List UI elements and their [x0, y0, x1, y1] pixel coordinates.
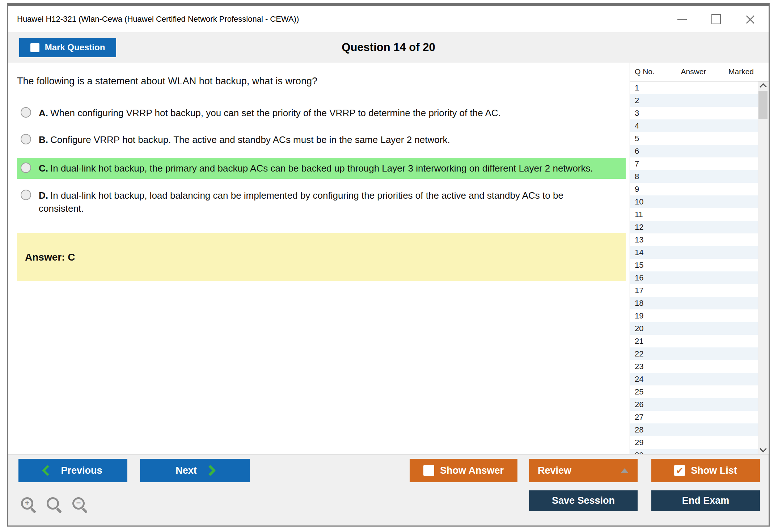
- list-item[interactable]: 4: [630, 119, 758, 132]
- list-item[interactable]: 11: [630, 208, 758, 221]
- list-item[interactable]: 24: [630, 373, 758, 385]
- option-d-text: D.In dual-link hot backup, load balancin…: [39, 189, 598, 215]
- question-number: 25: [635, 387, 643, 396]
- question-number: 7: [635, 159, 639, 168]
- option-b-letter: B.: [39, 134, 48, 145]
- show-list-button[interactable]: ✔ Show List: [651, 459, 760, 482]
- list-item[interactable]: 22: [630, 347, 758, 360]
- list-item[interactable]: 30: [630, 449, 758, 454]
- list-item[interactable]: 29: [630, 436, 758, 449]
- option-c-text: C.In dual-link hot backup, the primary a…: [39, 162, 593, 175]
- question-number: 28: [635, 425, 643, 434]
- magnifier-button[interactable]: [46, 497, 63, 513]
- list-item[interactable]: 16: [630, 271, 758, 284]
- option-a-radio[interactable]: [21, 107, 31, 118]
- option-b[interactable]: B.Configure VRRP hot backup. The active …: [17, 131, 626, 148]
- option-d-radio[interactable]: [21, 190, 31, 200]
- mark-question-button[interactable]: Mark Question: [19, 38, 116, 57]
- question-number: 16: [635, 273, 643, 282]
- column-q-no: Q No.: [630, 67, 669, 76]
- list-item[interactable]: 26: [630, 398, 758, 411]
- option-b-radio[interactable]: [21, 134, 31, 144]
- question-number: 21: [635, 337, 643, 346]
- chevron-left-icon: [42, 465, 53, 476]
- list-item[interactable]: 21: [630, 335, 758, 347]
- list-item[interactable]: 17: [630, 284, 758, 297]
- scrollbar: [758, 81, 768, 454]
- main-content: The following is a statement about WLAN …: [8, 63, 769, 454]
- list-item[interactable]: 1: [630, 81, 758, 94]
- option-a[interactable]: A.When configuring VRRP hot backup, you …: [17, 104, 626, 122]
- check-icon: ✔: [676, 466, 684, 475]
- option-c-letter: C.: [39, 163, 48, 174]
- question-number: 5: [635, 134, 639, 143]
- scroll-down-button[interactable]: [758, 446, 768, 454]
- option-c[interactable]: C.In dual-link hot backup, the primary a…: [17, 158, 626, 179]
- question-text: The following is a statement about WLAN …: [17, 76, 630, 87]
- list-item[interactable]: 18: [630, 297, 758, 309]
- list-item[interactable]: 9: [630, 183, 758, 195]
- option-d[interactable]: D.In dual-link hot backup, load balancin…: [17, 187, 626, 217]
- list-item[interactable]: 7: [630, 157, 758, 170]
- list-item[interactable]: 3: [630, 107, 758, 119]
- previous-button[interactable]: Previous: [18, 459, 127, 482]
- question-number: 4: [635, 121, 639, 130]
- previous-label: Previous: [61, 465, 102, 476]
- show-list-label: Show List: [691, 465, 737, 476]
- show-answer-button[interactable]: Show Answer: [410, 459, 517, 482]
- next-button[interactable]: Next: [140, 459, 250, 482]
- minimize-icon: [677, 19, 687, 20]
- end-exam-button[interactable]: End Exam: [651, 490, 760, 511]
- save-session-button[interactable]: Save Session: [529, 490, 638, 511]
- question-number: 14: [635, 248, 643, 257]
- list-item[interactable]: 6: [630, 145, 758, 157]
- zoom-in-button[interactable]: +: [20, 497, 37, 513]
- option-b-text: B.Configure VRRP hot backup. The active …: [39, 133, 450, 146]
- question-number: 3: [635, 109, 639, 118]
- option-d-letter: D.: [39, 190, 48, 201]
- question-number: 19: [635, 311, 643, 320]
- option-d-body: In dual-link hot backup, load balancing …: [39, 190, 563, 214]
- question-number: 23: [635, 362, 643, 371]
- list-item[interactable]: 5: [630, 132, 758, 145]
- list-item[interactable]: 23: [630, 360, 758, 373]
- zoom-out-button[interactable]: −: [72, 497, 88, 513]
- question-number: 9: [635, 185, 639, 194]
- window-title: Huawei H12-321 (Wlan-Cewa (Huawei Certif…: [17, 14, 299, 24]
- chevron-right-icon: [204, 465, 216, 476]
- question-number: 12: [635, 223, 643, 232]
- question-number: 8: [635, 172, 639, 181]
- scroll-up-button[interactable]: [758, 81, 768, 90]
- list-item[interactable]: 27: [630, 411, 758, 423]
- list-item[interactable]: 19: [630, 309, 758, 322]
- option-c-body: In dual-link hot backup, the primary and…: [50, 163, 593, 174]
- bottom-bar: Previous Next Show Answer Review ✔ Show …: [8, 454, 769, 525]
- list-item[interactable]: 10: [630, 195, 758, 208]
- review-label: Review: [538, 465, 571, 476]
- scrollbar-thumb[interactable]: [758, 91, 768, 119]
- question-number: 2: [635, 96, 639, 105]
- option-b-body: Configure VRRP hot backup. The active an…: [50, 134, 450, 145]
- list-item[interactable]: 13: [630, 233, 758, 246]
- list-item[interactable]: 8: [630, 170, 758, 183]
- review-button[interactable]: Review: [529, 459, 638, 482]
- list-item[interactable]: 12: [630, 221, 758, 233]
- maximize-button[interactable]: [710, 13, 722, 25]
- minimize-button[interactable]: [676, 13, 688, 25]
- question-number: 10: [635, 197, 643, 206]
- list-item[interactable]: 25: [630, 385, 758, 398]
- question-number: 17: [635, 286, 643, 295]
- zoom-tools: + −: [20, 497, 88, 513]
- option-c-radio[interactable]: [21, 162, 31, 173]
- list-item[interactable]: 28: [630, 423, 758, 436]
- show-list-checkbox-icon: ✔: [674, 465, 685, 476]
- chevron-down-icon: [760, 445, 767, 452]
- list-item[interactable]: 20: [630, 322, 758, 335]
- question-number: 13: [635, 235, 643, 244]
- list-item[interactable]: 2: [630, 94, 758, 107]
- option-a-text: A.When configuring VRRP hot backup, you …: [39, 106, 501, 119]
- question-number: 30: [635, 451, 643, 454]
- list-item[interactable]: 14: [630, 246, 758, 259]
- list-item[interactable]: 15: [630, 259, 758, 271]
- close-button[interactable]: [744, 13, 756, 25]
